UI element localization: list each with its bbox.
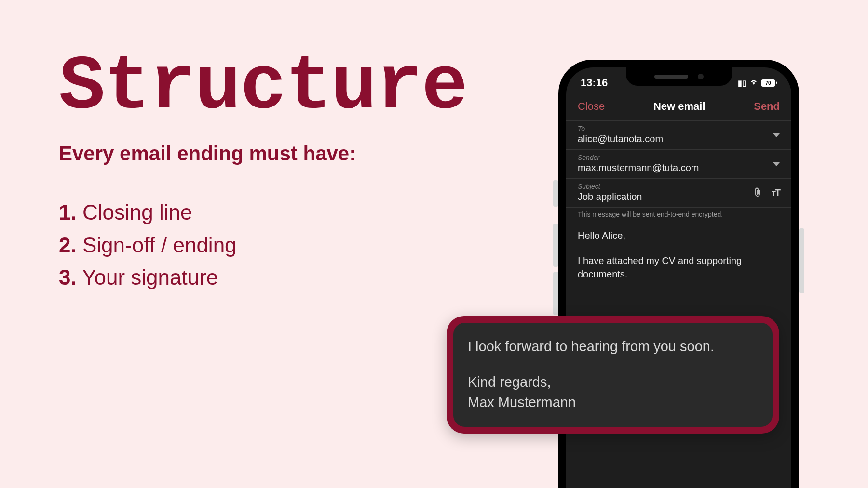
encryption-note: This message will be sent end-to-end enc… <box>566 208 791 224</box>
closing-line: I look forward to hearing from you soon. <box>468 336 758 356</box>
phone-side-button <box>799 228 804 293</box>
list-number: 1. <box>59 200 77 224</box>
sender-field[interactable]: Sender max.mustermann@tuta.com <box>566 150 791 179</box>
to-value: alice@tutanota.com <box>578 133 780 145</box>
subject-field[interactable]: Subject Job application TT <box>566 179 791 208</box>
subject-value: Job application <box>578 191 780 202</box>
close-button[interactable]: Close <box>578 100 605 113</box>
send-button[interactable]: Send <box>754 100 780 113</box>
phone-side-button <box>553 180 558 207</box>
battery-level: 70 <box>761 79 775 87</box>
phone-side-button <box>553 272 558 315</box>
to-field[interactable]: To alice@tutanota.com <box>566 121 791 150</box>
signal-icon: ▮▯ <box>738 79 746 88</box>
body-greeting: Hello Alice, <box>578 229 780 242</box>
text-format-icon[interactable]: TT <box>772 187 780 198</box>
list-text: Your signature <box>82 265 218 289</box>
status-time: 13:16 <box>581 77 608 89</box>
field-label: Subject <box>578 183 780 190</box>
list-number: 2. <box>59 233 77 257</box>
field-label: To <box>578 125 780 132</box>
field-label: Sender <box>578 154 780 161</box>
attachment-icon[interactable] <box>753 187 762 199</box>
list-text: Closing line <box>82 200 192 224</box>
chevron-down-icon[interactable] <box>773 133 780 137</box>
callout-content: I look forward to hearing from you soon.… <box>453 323 773 427</box>
wifi-icon <box>749 79 758 87</box>
list-text: Sign-off / ending <box>82 233 237 257</box>
chevron-down-icon[interactable] <box>773 162 780 166</box>
compose-topbar: Close New email Send <box>566 92 791 121</box>
sign-off: Kind regards, <box>468 372 758 392</box>
camera-icon <box>698 74 704 79</box>
phone-notch <box>626 67 732 86</box>
page-title: Structure <box>59 43 467 131</box>
topbar-title: New email <box>653 100 705 113</box>
list-item: 2. Sign-off / ending <box>59 230 237 260</box>
status-icons: ▮▯ 70 <box>738 79 777 88</box>
battery-icon: 70 <box>761 79 777 87</box>
structure-list: 1. Closing line 2. Sign-off / ending 3. … <box>59 198 237 295</box>
list-item: 3. Your signature <box>59 263 237 292</box>
phone-side-button <box>553 224 558 267</box>
body-paragraph: I have attached my CV and supporting doc… <box>578 254 780 281</box>
highlight-callout: I look forward to hearing from you soon.… <box>447 316 779 434</box>
signature-name: Max Mustermann <box>468 392 758 412</box>
list-number: 3. <box>59 265 77 289</box>
sender-value: max.mustermann@tuta.com <box>578 162 780 173</box>
list-item: 1. Closing line <box>59 198 237 227</box>
speaker-icon <box>654 75 688 79</box>
subtitle: Every email ending must have: <box>59 142 356 165</box>
